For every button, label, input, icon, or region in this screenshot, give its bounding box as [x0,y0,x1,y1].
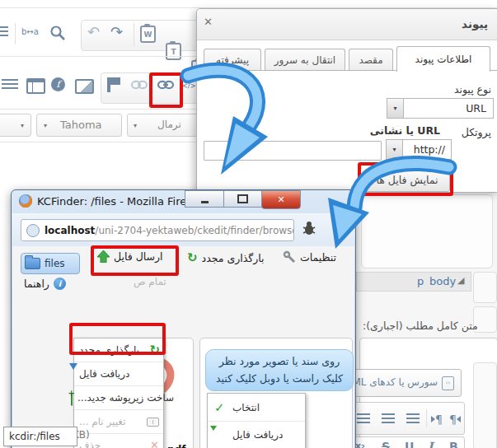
menu-item-label: دریافت فایل [232,429,283,441]
full-text-label-text: متن کامل مطلب (اجباری): [363,320,478,332]
settings-button[interactable]: تنظیمات [283,250,336,264]
div-container-icon[interactable]: DIV </> [182,77,195,89]
unlink-icon[interactable] [130,79,148,91]
link-type-select[interactable]: ▾ URL [387,98,494,119]
minimize-button[interactable] [185,190,224,208]
help-label: راهنما [24,278,49,290]
tab-label: انتقال به سرور [274,54,335,66]
reload-button[interactable]: ↻ بارگذاری مجدد [187,250,265,265]
italic-icon[interactable]: I [428,440,434,448]
menu-item-label: ساخت زیرپوشه جدید... [77,392,174,404]
folder-node-files[interactable]: files [21,253,80,274]
help-button[interactable]: راهنما i [24,278,66,290]
globe-icon [26,224,40,237]
chevron-down-icon: ▾ [44,122,47,129]
wrench-icon [283,250,296,264]
link-dialog: پیوند ✕ اطلاعات پیوند مقصد انتقال به سرو… [196,8,497,193]
align-toolbar-group: ¶ ¶ [346,402,465,435]
toolbar-divider [0,56,196,57]
chevron-down-icon: ▾ [21,122,24,129]
chevron-down-icon[interactable]: ▾ [387,140,403,159]
bidi-icon[interactable]: b↔a [21,28,39,36]
justify-right-icon[interactable] [357,413,370,423]
source-button[interactable]: ‹› سورس یا کدهای HTML [346,369,462,397]
menu-item-reload[interactable]: بارگذاری مجدد ↻ [74,338,163,362]
table-icon[interactable] [26,78,45,94]
link-icon[interactable] [157,79,175,91]
menu-item-download-file[interactable]: دریافت فایل [208,422,305,448]
menu-item-label: دریافت فایل [79,368,129,380]
tab-label: پیشرفته [216,54,249,66]
hint-line-2: کلیک راست یا دوبل کلیک کنید [206,370,353,387]
paragraph-format-icon[interactable] [0,26,8,37]
browser-navbar: localhost/uni-2704-yektaweb/ckedit/finde… [12,213,354,247]
elements-path-p[interactable]: p [417,275,424,287]
list-icon[interactable] [2,79,18,91]
menu-item-select[interactable]: ✓ انتخاب [208,395,305,422]
font-dropdown-value: Tahoma [60,119,102,131]
menu-item-download[interactable]: دریافت فایل [74,362,163,386]
tab-upload[interactable]: انتقال به سرور [265,49,345,71]
link-dialog-titlebar[interactable]: پیوند ✕ [197,9,497,40]
chevron-down-icon: ▾ [134,122,137,129]
direction-rtl-icon[interactable]: ¶ [449,413,461,426]
minimize-icon [201,201,209,203]
menu-item-new-subfolder[interactable]: ساخت زیرپوشه جدید... [74,386,163,410]
search-icon[interactable] [49,25,66,41]
menu-item-label: بارگذاری مجدد [79,344,139,356]
underline-icon[interactable]: U [405,440,414,448]
tab-advanced[interactable]: پیشرفته [204,49,261,71]
resize-handle-icon[interactable]: ◢ [457,275,464,286]
url-bar[interactable]: localhost/uni-2704-yektaweb/ckedit/finde… [21,219,294,241]
upload-file-button[interactable]: ارسال فایل [97,250,163,263]
protocol-select[interactable]: ▾ http:// [386,139,452,160]
justify-center-icon[interactable] [382,413,395,423]
download-icon [69,363,77,381]
undo-icon[interactable]: ↶ [87,25,100,40]
close-icon: ✕ [277,194,284,205]
direction-ltr-icon[interactable]: ¶ [431,413,443,426]
toolbar-separator [426,409,427,427]
status-tooltip: kcdir:/files [3,427,77,446]
fullscreen-label-partial: تمام ص [134,276,166,287]
link-type-value: URL [466,102,486,114]
new-folder-icon [71,393,73,406]
flash-icon[interactable]: f [51,77,65,91]
tab-link-info[interactable]: اطلاعات پیوند [396,46,490,72]
paste-from-word-icon[interactable]: W [140,26,156,43]
menu-item-label: انتخاب [232,402,260,413]
image-icon[interactable] [75,79,94,94]
full-text-label: متن کامل مطلب (اجباری): [363,320,495,332]
subscript-icon[interactable]: x₂ [355,441,365,448]
menu-item-label: حذف [79,440,101,448]
close-icon[interactable]: ✕ [204,16,213,28]
browse-files-button[interactable]: نمایش فایل ها [364,169,450,192]
chevron-down-icon[interactable]: ▾ [387,99,404,118]
url-input[interactable] [204,141,382,161]
maximize-button[interactable] [223,190,262,208]
strikethrough-icon[interactable]: S [382,440,390,448]
dialog-title: پیوند [462,17,488,30]
bug-icon[interactable] [301,221,317,237]
bold-icon[interactable]: B [449,440,458,448]
elements-path-bar: p body ◢ [356,272,471,292]
rename-icon: I [147,418,159,427]
elements-path-body[interactable]: body [429,275,456,287]
tab-label: مقصد [359,54,382,66]
refresh-icon: ↻ [149,343,160,357]
url-label: URL یا نشانی [370,124,440,137]
paste-as-text-icon[interactable]: T [166,43,181,60]
div-label: DIV [182,77,195,82]
styles-dropdown[interactable]: ▾ [0,114,31,137]
paste-word-letter: W [144,30,152,39]
redo-icon[interactable]: ↷ [110,25,123,40]
protocol-label: پروتکل [462,126,491,138]
close-button[interactable]: ✕ [261,190,301,209]
tab-target[interactable]: مقصد [349,49,393,71]
justify-left-icon[interactable] [406,413,420,423]
page-panel [361,194,493,268]
link-type-label: نوع پیوند [454,83,491,96]
refresh-icon: ↻ [187,250,198,265]
toolbar-bottom-border [0,142,196,142]
font-dropdown[interactable]: ▾ Tahoma [36,114,122,137]
